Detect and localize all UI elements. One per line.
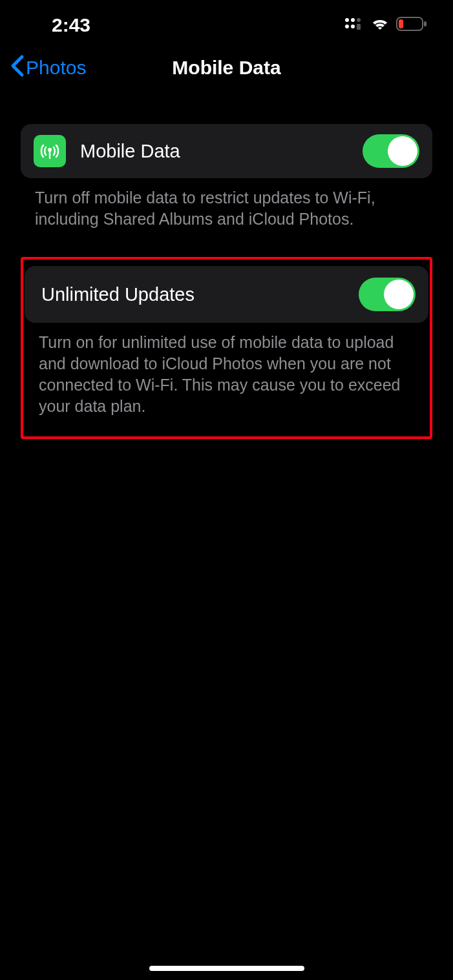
status-icons <box>344 17 427 34</box>
back-label: Photos <box>26 57 86 79</box>
mobile-data-label: Mobile Data <box>80 141 180 162</box>
status-bar: 2:43 <box>0 0 453 39</box>
svg-rect-5 <box>357 24 361 30</box>
svg-point-0 <box>345 18 349 22</box>
svg-point-3 <box>345 25 349 28</box>
toggle-knob <box>388 136 417 166</box>
cellular-icon <box>344 17 364 33</box>
unlimited-updates-row[interactable]: Unlimited Updates <box>25 266 428 323</box>
home-indicator[interactable] <box>149 966 304 971</box>
status-time: 2:43 <box>52 14 90 36</box>
svg-point-1 <box>351 18 355 22</box>
chevron-left-icon <box>9 54 25 81</box>
unlimited-updates-description: Turn on for unlimited use of mobile data… <box>23 323 430 417</box>
setting-left: Mobile Data <box>34 135 180 167</box>
battery-icon <box>396 17 427 34</box>
wifi-icon <box>370 17 390 34</box>
toggle-knob <box>384 280 414 309</box>
mobile-data-description: Turn off mobile data to restrict updates… <box>21 178 432 230</box>
svg-rect-8 <box>399 19 403 28</box>
unlimited-updates-toggle[interactable] <box>359 278 416 311</box>
content: Mobile Data Turn off mobile data to rest… <box>0 92 453 439</box>
highlight-annotation: Unlimited Updates Turn on for unlimited … <box>21 257 432 439</box>
antenna-icon <box>34 135 66 167</box>
mobile-data-row[interactable]: Mobile Data <box>21 124 432 178</box>
svg-point-2 <box>357 18 361 22</box>
svg-point-4 <box>351 25 355 28</box>
mobile-data-toggle[interactable] <box>363 134 419 168</box>
back-button[interactable]: Photos <box>9 54 86 81</box>
unlimited-updates-label: Unlimited Updates <box>41 284 195 305</box>
svg-rect-7 <box>424 21 427 26</box>
nav-bar: Photos Mobile Data <box>0 39 453 92</box>
